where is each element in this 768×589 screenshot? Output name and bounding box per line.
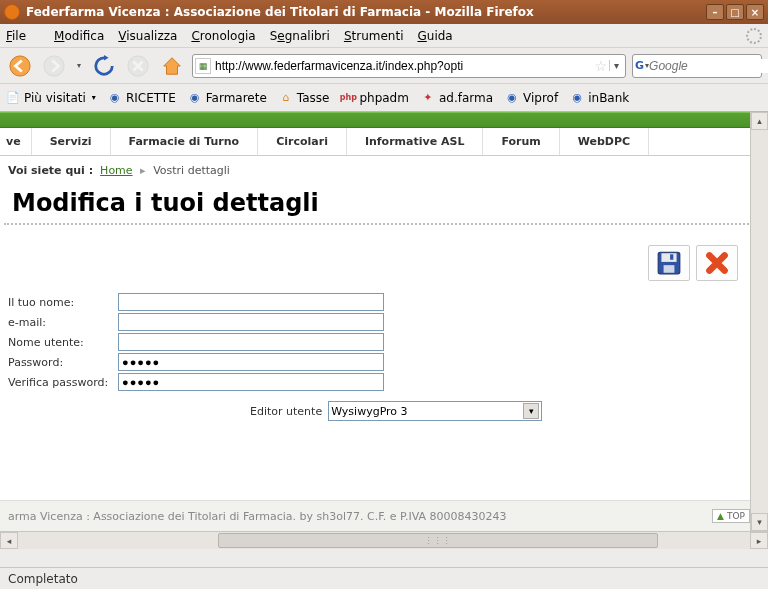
select-editor[interactable]: WysiwygPro 3 ▾ — [328, 401, 542, 421]
menu-cronologia[interactable]: Cronologia — [191, 29, 255, 43]
footer-text: arma Vicenza : Associazione dei Titolari… — [8, 510, 507, 523]
arrow-up-icon: ▲ — [717, 511, 724, 521]
scroll-right-button[interactable]: ▸ — [750, 532, 768, 549]
scroll-up-button[interactable]: ▴ — [751, 112, 768, 130]
bookmark-most-visited[interactable]: 📄Più visitati▾ — [6, 91, 96, 105]
bookmark-viprof[interactable]: ◉Viprof — [505, 91, 558, 105]
reload-button[interactable] — [90, 52, 118, 80]
label-username: Nome utente: — [8, 334, 118, 351]
site-favicon: ▦ — [195, 58, 211, 74]
label-password: Password: — [8, 354, 118, 371]
back-button[interactable] — [6, 52, 34, 80]
vertical-scrollbar[interactable]: ▴ ▾ — [750, 112, 768, 531]
chevron-right-icon: ▸ — [140, 164, 146, 177]
bookmark-star-icon[interactable]: ☆ — [594, 58, 607, 74]
input-name[interactable] — [118, 293, 384, 311]
svg-rect-4 — [661, 253, 676, 262]
throbber-icon — [746, 28, 762, 44]
bookmark-inbank[interactable]: ◉inBank — [570, 91, 629, 105]
label-verify: Verifica password: — [8, 374, 118, 391]
maximize-button[interactable]: □ — [726, 4, 744, 20]
window-title: Federfarma Vicenza : Associazione dei Ti… — [26, 5, 706, 19]
svg-rect-6 — [670, 254, 673, 259]
label-name: Il tuo nome: — [8, 294, 118, 311]
cancel-button[interactable] — [696, 245, 738, 281]
page-icon: 📄 — [6, 91, 20, 105]
input-email[interactable] — [118, 313, 384, 331]
back-to-top-button[interactable]: ▲TOP — [712, 509, 750, 523]
breadcrumb-current: Vostri dettagli — [153, 164, 230, 177]
globe-icon: ◉ — [570, 91, 584, 105]
url-bar[interactable]: ▦ ☆ ▾ — [192, 54, 626, 78]
url-input[interactable] — [215, 59, 592, 73]
input-username[interactable] — [118, 333, 384, 351]
forward-button[interactable] — [40, 52, 68, 80]
bookmarks-toolbar: 📄Più visitati▾ ◉RICETTE ◉Farmarete ⌂Tass… — [0, 84, 768, 112]
site-footer: arma Vicenza : Associazione dei Titolari… — [0, 500, 758, 531]
nav-item-ve[interactable]: ve — [0, 128, 32, 155]
search-bar[interactable]: G▾ 🔍 — [632, 54, 762, 78]
url-dropdown[interactable]: ▾ — [609, 60, 623, 71]
nav-item-webdpc[interactable]: WebDPC — [560, 128, 649, 155]
nav-toolbar: ▾ ▦ ☆ ▾ G▾ 🔍 — [0, 48, 768, 84]
menu-guida[interactable]: Guida — [417, 29, 452, 43]
site-nav: ve Servizi Farmacie di Turno Circolari I… — [0, 128, 768, 156]
svg-rect-5 — [664, 265, 675, 273]
user-details-form: Il tuo nome: e-mail: Nome utente: Passwo… — [0, 293, 768, 421]
scroll-left-button[interactable]: ◂ — [0, 532, 18, 549]
scroll-thumb[interactable]: ⋮⋮⋮ — [218, 533, 658, 548]
menu-modifica[interactable]: Modifica — [54, 29, 104, 43]
breadcrumb: Voi siete qui : Home ▸ Vostri dettagli — [0, 156, 768, 185]
nav-item-servizi[interactable]: Servizi — [32, 128, 111, 155]
svg-point-0 — [10, 55, 30, 75]
nav-item-circolari[interactable]: Circolari — [258, 128, 347, 155]
history-dropdown[interactable]: ▾ — [74, 61, 84, 70]
minimize-button[interactable]: – — [706, 4, 724, 20]
breadcrumb-home[interactable]: Home — [100, 164, 132, 177]
search-input[interactable] — [649, 59, 768, 73]
label-email: e-mail: — [8, 314, 118, 331]
status-bar: Completato — [0, 567, 768, 589]
input-verify-password[interactable] — [118, 373, 384, 391]
input-password[interactable] — [118, 353, 384, 371]
nav-item-farmacie[interactable]: Farmacie di Turno — [111, 128, 259, 155]
nav-item-forum[interactable]: Forum — [483, 128, 559, 155]
svg-point-1 — [44, 55, 64, 75]
close-window-button[interactable]: × — [746, 4, 764, 20]
chevron-down-icon: ▾ — [523, 403, 539, 419]
bookmark-ricette[interactable]: ◉RICETTE — [108, 91, 176, 105]
save-button[interactable] — [648, 245, 690, 281]
firefox-icon — [4, 4, 20, 20]
window-titlebar: Federfarma Vicenza : Associazione dei Ti… — [0, 0, 768, 24]
bookmark-tasse[interactable]: ⌂Tasse — [279, 91, 330, 105]
bookmark-farmarete[interactable]: ◉Farmarete — [188, 91, 267, 105]
page-title: Modifica i tuoi dettagli — [4, 185, 764, 225]
menu-visualizza[interactable]: Visualizza — [118, 29, 177, 43]
star-icon: ✦ — [421, 91, 435, 105]
bookmark-adfarma[interactable]: ✦ad.farma — [421, 91, 493, 105]
select-editor-value: WysiwygPro 3 — [331, 405, 407, 418]
home-button[interactable] — [158, 52, 186, 80]
house-icon: ⌂ — [279, 91, 293, 105]
horizontal-scrollbar[interactable]: ◂ ⋮⋮⋮ ▸ — [0, 531, 768, 549]
menu-bar: File Modifica Visualizza Cronologia Segn… — [0, 24, 768, 48]
menu-file[interactable]: File — [6, 29, 40, 43]
status-text: Completato — [8, 572, 78, 586]
content-viewport: ve Servizi Farmacie di Turno Circolari I… — [0, 112, 768, 549]
stop-button[interactable] — [124, 52, 152, 80]
menu-segnalibri[interactable]: Segnalibri — [270, 29, 330, 43]
site-header-bar — [0, 112, 768, 128]
php-icon: php — [341, 91, 355, 105]
bookmark-phpadm[interactable]: phpphpadm — [341, 91, 409, 105]
label-editor: Editor utente — [250, 403, 322, 420]
globe-icon: ◉ — [505, 91, 519, 105]
scroll-down-button[interactable]: ▾ — [751, 513, 768, 531]
globe-icon: ◉ — [108, 91, 122, 105]
google-icon[interactable]: G▾ — [635, 58, 649, 74]
menu-strumenti[interactable]: Strumenti — [344, 29, 404, 43]
nav-item-informative[interactable]: Informative ASL — [347, 128, 484, 155]
breadcrumb-prefix: Voi siete qui : — [8, 164, 93, 177]
globe-icon: ◉ — [188, 91, 202, 105]
